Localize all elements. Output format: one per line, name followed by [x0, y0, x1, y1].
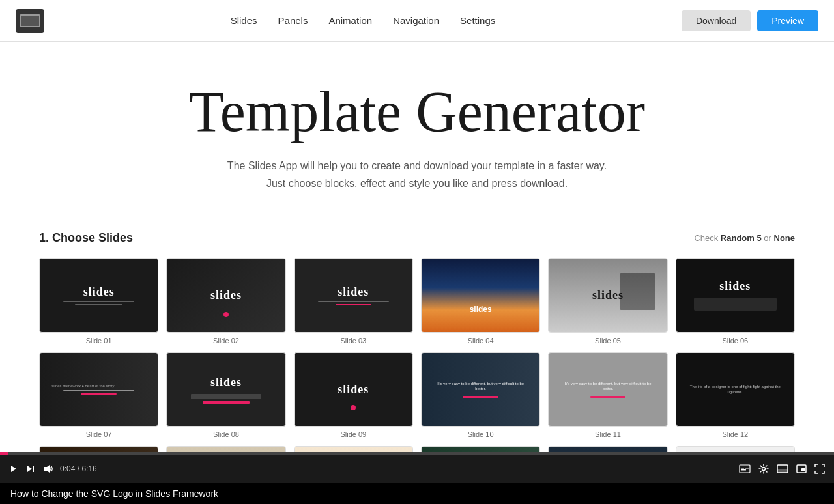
- slide-04-bg: slides: [422, 259, 539, 332]
- slide-08-label: Slide 08: [213, 430, 239, 438]
- slide-11-content: It's very easy to be different, but very…: [549, 353, 667, 427]
- slide-item-11: It's very easy to be different, but very…: [548, 352, 667, 439]
- right-video-controls: [738, 462, 826, 475]
- svg-rect-10: [777, 469, 788, 473]
- slide-01-word: slides: [83, 285, 115, 299]
- slide-05-phone: [620, 273, 655, 310]
- hero-title: Template Generator: [13, 81, 821, 144]
- or-label: or: [762, 233, 774, 243]
- slide-item-03: slides Slide 03: [294, 258, 413, 344]
- slide-11-text: It's very easy to be different, but very…: [560, 381, 655, 392]
- left-video-controls: 0:04 / 6:16: [8, 462, 97, 475]
- section-links: Check Random 5 or None: [694, 233, 795, 243]
- nav-settings[interactable]: Settings: [460, 15, 495, 26]
- slide-01-content: slides: [40, 259, 158, 332]
- video-progress-bar[interactable]: [0, 452, 834, 455]
- slide-item-02: slides Slide 02: [166, 258, 285, 344]
- slide-06-content: slides: [676, 259, 794, 332]
- nav-navigation[interactable]: Navigation: [393, 15, 439, 26]
- slide-10-label: Slide 10: [468, 430, 494, 438]
- play-icon: [9, 464, 18, 473]
- slide-thumb-01[interactable]: slides: [39, 258, 158, 333]
- slide-08-accent: [203, 401, 250, 404]
- none-link[interactable]: None: [774, 233, 796, 243]
- slide-03-word: slides: [338, 285, 369, 299]
- slide-thumb-05[interactable]: slides: [548, 258, 667, 333]
- svg-rect-7: [741, 469, 746, 471]
- download-button[interactable]: Download: [682, 10, 751, 31]
- video-caption: How to Change the SVG Logo in Slides Fra…: [0, 483, 834, 504]
- svg-rect-6: [745, 468, 749, 469]
- slide-11-accent: [590, 396, 626, 398]
- slide-07-content: slides framework ♦ heart of the story: [40, 353, 158, 427]
- miniplayer-icon: [796, 464, 807, 473]
- slide-thumb-03[interactable]: slides: [294, 258, 413, 333]
- next-button[interactable]: [25, 463, 36, 475]
- slide-thumb-04[interactable]: slides: [421, 258, 540, 333]
- slide-thumb-06[interactable]: slides: [676, 258, 795, 333]
- slide-08-content: slides: [167, 353, 285, 427]
- slide-01-label: Slide 01: [86, 337, 112, 344]
- slide-02-content: slides: [167, 259, 285, 332]
- subtitles-button[interactable]: [738, 463, 752, 475]
- slide-item-10: It's very easy to be different, but very…: [421, 352, 540, 439]
- slide-05-word: slides: [592, 288, 624, 302]
- slide-02-dot: [223, 312, 229, 317]
- slide-thumb-08[interactable]: slides: [166, 352, 285, 427]
- slide-thumb-12[interactable]: The life of a designer is one of fight: …: [676, 352, 795, 427]
- slide-06-word: slides: [719, 279, 751, 293]
- slide-02-word: slides: [210, 288, 242, 302]
- slide-03-bar-accent: [336, 304, 371, 305]
- slide-12-label: Slide 12: [722, 430, 748, 438]
- slide-thumb-07[interactable]: slides framework ♦ heart of the story: [39, 352, 158, 427]
- logo-icon: [20, 14, 40, 27]
- slide-12-text: The life of a designer is one of fight: …: [688, 384, 783, 395]
- svg-marker-0: [11, 466, 16, 472]
- video-player: 0:04 / 6:16: [0, 455, 834, 483]
- section-header: 1. Choose Slides Check Random 5 or None: [39, 231, 795, 245]
- slide-thumb-02[interactable]: slides: [166, 258, 285, 333]
- miniplayer-button[interactable]: [795, 463, 808, 475]
- hero-section: Template Generator The Slides App will h…: [0, 42, 834, 212]
- video-container: 0:04 / 6:16: [0, 455, 834, 504]
- slide-thumb-09[interactable]: slides: [294, 352, 413, 427]
- nav-slides[interactable]: Slides: [231, 15, 257, 26]
- nav-panels[interactable]: Panels: [278, 15, 308, 26]
- preview-button[interactable]: Preview: [757, 10, 818, 31]
- check-prefix: Check: [694, 233, 720, 243]
- slide-09-dot: [351, 405, 356, 410]
- slide-05-bg: slides: [549, 259, 667, 332]
- slide-04-text: slides: [470, 305, 492, 314]
- slide-03-content: slides: [295, 259, 412, 332]
- nav-animation[interactable]: Animation: [328, 15, 372, 26]
- settings-button[interactable]: [757, 462, 770, 475]
- slide-07-label: Slide 07: [86, 430, 112, 438]
- video-time: 0:04 / 6:16: [60, 464, 97, 473]
- slide-item-07: slides framework ♦ heart of the story Sl…: [39, 352, 158, 439]
- slide-10-text: It's very easy to be different, but very…: [433, 381, 528, 392]
- play-button[interactable]: [8, 463, 20, 475]
- theater-button[interactable]: [775, 463, 790, 475]
- volume-button[interactable]: [42, 462, 55, 475]
- slide-01-bar2: [75, 304, 122, 305]
- slide-item-01: slides Slide 01: [39, 258, 158, 344]
- slide-07-text: slides framework ♦ heart of the story: [51, 384, 146, 388]
- fullscreen-icon: [814, 464, 825, 474]
- slide-item-04: slides Slide 04: [421, 258, 540, 344]
- slide-04-label: Slide 04: [468, 337, 494, 344]
- slide-thumb-10[interactable]: It's very easy to be different, but very…: [421, 352, 540, 427]
- fullscreen-button[interactable]: [813, 462, 826, 475]
- hero-subtitle-line1: The Slides App will help you to create a…: [13, 157, 821, 175]
- slide-07-accent: [81, 393, 116, 395]
- app-logo[interactable]: [16, 9, 44, 33]
- slide-10-accent: [463, 396, 498, 398]
- random-5-link[interactable]: Random 5: [721, 233, 762, 243]
- slide-item-12: The life of a designer is one of fight: …: [676, 352, 795, 439]
- slide-09-word: slides: [338, 383, 369, 397]
- svg-point-8: [762, 468, 766, 471]
- slide-thumb-11[interactable]: It's very easy to be different, but very…: [548, 352, 667, 427]
- slide-item-06: slides Slide 06: [676, 258, 795, 344]
- slide-10-content: It's very easy to be different, but very…: [422, 353, 539, 427]
- slide-06-label: Slide 06: [722, 337, 748, 344]
- theater-icon: [777, 464, 788, 473]
